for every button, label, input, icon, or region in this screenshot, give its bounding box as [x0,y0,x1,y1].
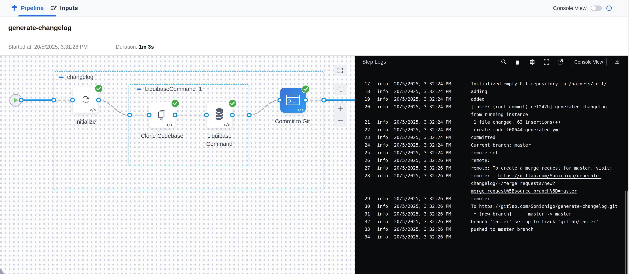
zoom-control [334,103,347,126]
search-logs-button[interactable] [500,59,507,65]
code-marker: </> [166,123,173,127]
refresh-icon [79,94,92,106]
node-label-liquibase-command: Liquibase Command [198,132,241,148]
log-timestamp: 20/5/2025, 3:32:24 PM [394,96,451,103]
info-icon[interactable] [606,5,612,11]
log-line-number: 25 [364,149,370,157]
log-line-number: 33 [364,226,370,233]
log-row: 25info20/5/2025, 3:32:24 PMremote set [355,149,628,157]
log-row: 21info20/5/2025, 3:32:24 PM 1 file chang… [355,118,628,126]
log-level: info [377,88,388,96]
log-text: remote: [471,196,490,201]
log-link[interactable]: https://gitlab.com/Sonichigo/generate- [498,173,601,178]
console-view-button[interactable]: Console View [571,58,606,66]
log-timestamp: 20/5/2025, 3:32:26 PM [394,157,451,164]
log-timestamp: 20/5/2025, 3:32:24 PM [394,80,451,88]
node-clone-codebase[interactable]: </> [149,102,175,128]
log-message: Current branch: master [471,141,531,149]
success-badge [171,99,180,108]
console-view-toggle[interactable] [591,6,602,11]
terminal-icon [285,94,300,106]
toggle-knob [591,6,596,10]
log-level: info [377,233,388,241]
log-level: info [377,103,388,111]
pipeline-graph-canvas[interactable]: changelog LiquibaseCommand_1 [0,56,355,274]
group-label-changelog: changelog [67,74,94,80]
log-line-number: 26 [364,157,370,164]
tab-inputs[interactable]: Inputs [50,0,78,16]
log-text: committed [471,135,496,140]
collapse-group-changelog[interactable] [59,76,64,78]
log-line-number: 22 [364,126,370,134]
step-logs-header: Step Logs [355,56,628,68]
log-scrollbar-thumb[interactable] [625,190,628,274]
open-in-new-tab-button[interactable] [557,59,563,65]
log-timestamp: 20/5/2025, 3:32:26 PM [394,226,451,233]
log-line-number: 32 [364,218,370,226]
log-message: adding [471,88,487,96]
log-line-number: 24 [364,141,370,149]
minus-icon [337,117,344,124]
log-level: info [377,210,388,218]
console-view-label: Console View [553,5,586,12]
log-row: 26info20/5/2025, 3:32:26 PMremote: [355,157,628,164]
log-message: create mode 100644 generated.yml [471,126,560,134]
node-liquibase-command[interactable]: </> [206,102,232,128]
tab-pipeline[interactable]: Pipeline [11,0,44,16]
log-level: info [377,195,388,202]
log-text: adding [471,89,487,94]
log-message: committed [471,134,496,141]
tab-inputs-label: Inputs [60,5,78,12]
log-row: 29info20/5/2025, 3:32:26 PMremote: [355,195,628,202]
download-icon [614,59,620,65]
log-line-number: 18 [364,88,370,96]
log-text: To [471,204,479,209]
node-label-commit-to-git: Commit to Git [271,117,314,126]
log-settings-button[interactable] [529,58,536,66]
log-link[interactable]: merge_request%5Bsource_branch%5D=master [471,188,577,194]
node-initialize[interactable]: </> [72,87,98,113]
canvas-corner-shape [0,268,6,274]
log-text: branch 'master' set up to track 'gitlab/… [471,219,602,224]
execution-header: generate-changelog Started at: 20/5/2025… [0,16,628,56]
log-message: * [new branch] master -> master [471,210,572,218]
copy-icon [515,59,521,65]
expand-logs-button[interactable] [543,59,550,65]
connector-port [322,98,326,102]
log-line-number: 21 [364,118,370,126]
play-icon [13,97,19,104]
log-link[interactable]: changelog/-/merge_requests/new? [471,181,555,186]
log-line-number: 30 [364,202,370,210]
fit-to-screen-button[interactable] [334,64,347,76]
fit-to-screen-icon [337,67,344,74]
log-timestamp: 20/5/2025, 3:32:26 PM [394,210,451,218]
log-message: pushed to master branch [471,226,534,233]
external-link-icon [557,59,563,65]
log-message: branch 'master' set up to track 'gitlab/… [471,218,602,226]
log-line-number: 23 [364,134,370,141]
group-label-liquibasecommand-1: LiquibaseCommand_1 [145,86,202,92]
download-logs-button[interactable] [614,59,620,65]
log-timestamp: 20/5/2025, 3:32:24 PM [394,103,451,111]
zoom-out-button[interactable] [334,114,347,126]
collapse-group-liquibasecommand-1[interactable] [137,88,142,90]
log-message: [master (root-commit) ce1242b] generated… [471,103,607,111]
connector-port [70,98,75,102]
log-timestamp: 20/5/2025, 3:32:26 PM [394,172,451,180]
copy-logs-button[interactable] [515,59,521,65]
marquee-select-button[interactable] [334,84,347,96]
log-timestamp: 20/5/2025, 3:32:24 PM [394,134,451,141]
log-timestamp: 20/5/2025, 3:32:24 PM [394,149,451,157]
log-line-number: 19 [364,96,370,103]
log-level: info [377,118,388,126]
node-commit-to-git[interactable]: </> [280,88,306,113]
pipeline-execution-app: Pipeline Inputs Console View [0,0,628,274]
top-nav: Pipeline Inputs Console View [0,0,628,16]
log-level: info [377,134,388,141]
log-link[interactable]: https://gitlab.com/Sonichigo/generate-ch… [479,204,618,209]
zoom-in-button[interactable] [334,103,347,114]
step-logs-title: Step Logs [362,59,386,65]
step-logs-panel: Step Logs [355,56,628,274]
log-line-number: 17 [364,80,370,88]
log-output[interactable]: 17info20/5/2025, 3:32:24 PMInitialized e… [355,69,628,274]
